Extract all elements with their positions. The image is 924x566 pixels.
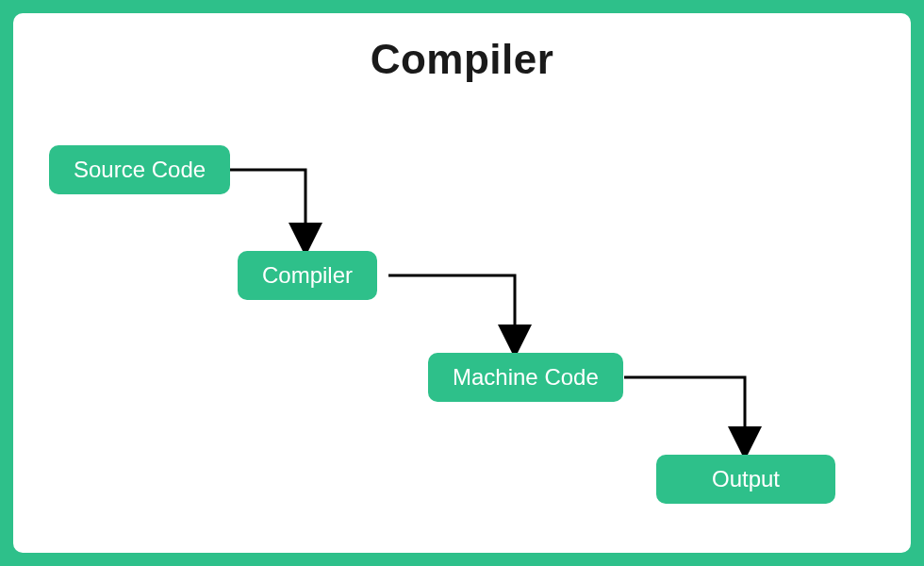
arrow-compiler-to-machine <box>388 275 515 341</box>
node-label: Machine Code <box>453 364 599 391</box>
arrow-machine-to-output <box>624 377 745 443</box>
node-source-code: Source Code <box>49 145 230 194</box>
diagram-frame: Compiler Source Code Compiler Machine Co… <box>13 13 911 553</box>
node-output: Output <box>656 455 835 504</box>
node-label: Source Code <box>74 157 206 183</box>
node-compiler: Compiler <box>238 251 377 300</box>
arrow-source-to-compiler <box>219 170 305 240</box>
diagram-canvas: Source Code Compiler Machine Code Output <box>13 13 911 553</box>
node-label: Compiler <box>262 262 353 289</box>
node-label: Output <box>712 466 780 492</box>
node-machine-code: Machine Code <box>428 353 623 402</box>
